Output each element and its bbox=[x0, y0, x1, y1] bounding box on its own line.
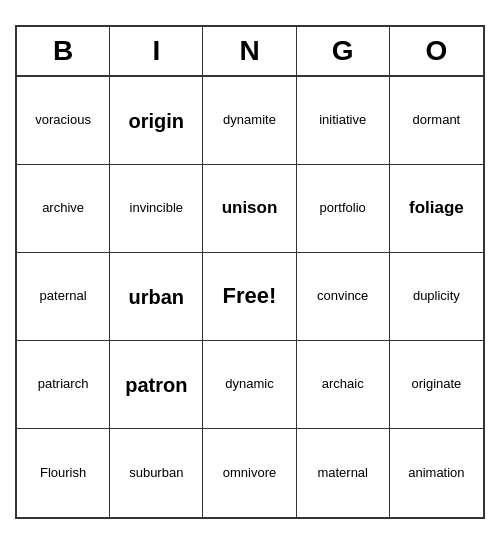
cell-r2-c0[interactable]: paternal bbox=[17, 253, 110, 341]
cell-text: omnivore bbox=[223, 465, 276, 482]
cell-text: initiative bbox=[319, 112, 366, 129]
cell-text: convince bbox=[317, 288, 368, 305]
cell-r0-c2[interactable]: dynamite bbox=[203, 77, 296, 165]
cell-text: dynamic bbox=[225, 376, 273, 393]
cell-text: originate bbox=[411, 376, 461, 393]
cell-text: Free! bbox=[223, 282, 277, 311]
bingo-header: BINGO bbox=[17, 27, 483, 77]
cell-text: dynamite bbox=[223, 112, 276, 129]
cell-r2-c2[interactable]: Free! bbox=[203, 253, 296, 341]
cell-r3-c4[interactable]: originate bbox=[390, 341, 483, 429]
header-letter: B bbox=[17, 27, 110, 75]
cell-r4-c4[interactable]: animation bbox=[390, 429, 483, 517]
cell-text: maternal bbox=[317, 465, 368, 482]
cell-text: foliage bbox=[409, 197, 464, 219]
cell-r3-c3[interactable]: archaic bbox=[297, 341, 390, 429]
cell-text: animation bbox=[408, 465, 464, 482]
cell-r1-c1[interactable]: invincible bbox=[110, 165, 203, 253]
cell-r4-c3[interactable]: maternal bbox=[297, 429, 390, 517]
cell-text: patriarch bbox=[38, 376, 89, 393]
cell-r0-c3[interactable]: initiative bbox=[297, 77, 390, 165]
cell-r1-c0[interactable]: archive bbox=[17, 165, 110, 253]
cell-r0-c0[interactable]: voracious bbox=[17, 77, 110, 165]
cell-text: duplicity bbox=[413, 288, 460, 305]
cell-text: unison bbox=[222, 197, 278, 219]
header-letter: O bbox=[390, 27, 483, 75]
header-letter: G bbox=[297, 27, 390, 75]
bingo-grid: voraciousorigindynamiteinitiativedormant… bbox=[17, 77, 483, 517]
cell-text: portfolio bbox=[320, 200, 366, 217]
cell-r3-c0[interactable]: patriarch bbox=[17, 341, 110, 429]
cell-r2-c4[interactable]: duplicity bbox=[390, 253, 483, 341]
header-letter: I bbox=[110, 27, 203, 75]
cell-r3-c1[interactable]: patron bbox=[110, 341, 203, 429]
cell-r0-c4[interactable]: dormant bbox=[390, 77, 483, 165]
cell-text: urban bbox=[129, 284, 185, 310]
cell-r4-c1[interactable]: suburban bbox=[110, 429, 203, 517]
cell-text: Flourish bbox=[40, 465, 86, 482]
cell-r1-c4[interactable]: foliage bbox=[390, 165, 483, 253]
cell-text: dormant bbox=[413, 112, 461, 129]
bingo-card: BINGO voraciousorigindynamiteinitiatived… bbox=[15, 25, 485, 519]
cell-text: archaic bbox=[322, 376, 364, 393]
cell-text: suburban bbox=[129, 465, 183, 482]
cell-r2-c1[interactable]: urban bbox=[110, 253, 203, 341]
header-letter: N bbox=[203, 27, 296, 75]
cell-r4-c0[interactable]: Flourish bbox=[17, 429, 110, 517]
cell-r1-c3[interactable]: portfolio bbox=[297, 165, 390, 253]
cell-r4-c2[interactable]: omnivore bbox=[203, 429, 296, 517]
cell-text: archive bbox=[42, 200, 84, 217]
cell-text: origin bbox=[129, 108, 185, 134]
cell-r1-c2[interactable]: unison bbox=[203, 165, 296, 253]
cell-r0-c1[interactable]: origin bbox=[110, 77, 203, 165]
cell-text: patron bbox=[125, 372, 187, 398]
cell-text: invincible bbox=[130, 200, 183, 217]
cell-text: paternal bbox=[40, 288, 87, 305]
cell-r2-c3[interactable]: convince bbox=[297, 253, 390, 341]
cell-r3-c2[interactable]: dynamic bbox=[203, 341, 296, 429]
cell-text: voracious bbox=[35, 112, 91, 129]
